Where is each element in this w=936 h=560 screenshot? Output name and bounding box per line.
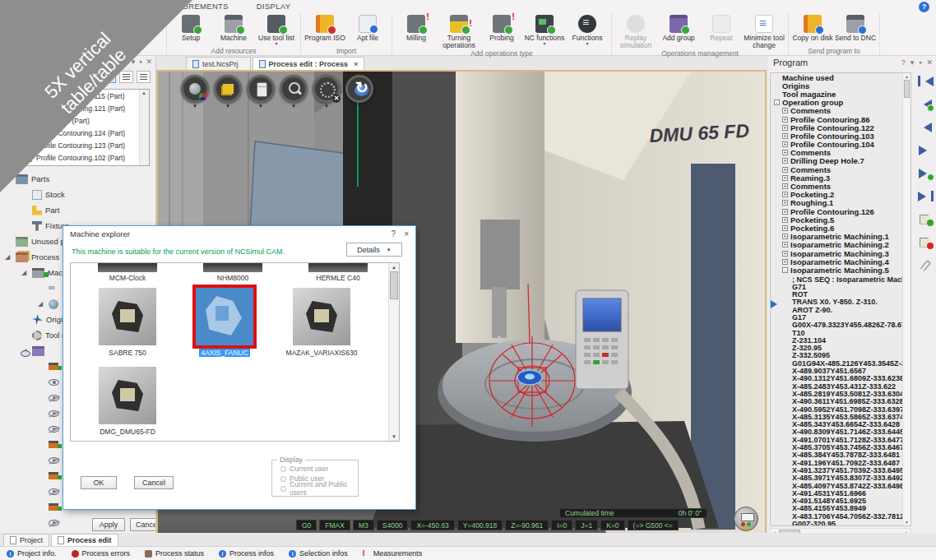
- gcode-line[interactable]: X-490.1312Y451.6809Z-333.6238: [771, 375, 911, 382]
- gcode-line[interactable]: X-485.384Y453.7878Z-333.6481: [771, 451, 911, 459]
- program-tree-item[interactable]: + Pocketing.2: [771, 191, 911, 199]
- ribbon-button[interactable]: Repeat: [700, 13, 743, 42]
- panel-help-icon[interactable]: ?: [901, 58, 906, 67]
- operations-list-item[interactable]: Profile Contouring.121 (Part): [7, 102, 149, 114]
- dropdown-arrow-icon[interactable]: ▼: [324, 104, 329, 109]
- tag-add-icon[interactable]: [917, 212, 934, 226]
- gcode-line[interactable]: G71: [771, 284, 911, 291]
- ribbon-button[interactable]: Copy on disk: [791, 13, 834, 42]
- panel-pin-icon[interactable]: ▪: [919, 58, 921, 67]
- gcode-line[interactable]: X-490.3611Y451.6985Z-333.6328: [771, 398, 911, 405]
- expander-icon[interactable]: ◢: [5, 253, 12, 261]
- viewport-tool-button[interactable]: ▼: [313, 75, 341, 109]
- panel-menu-icon[interactable]: ▾: [132, 58, 136, 66]
- expander-icon[interactable]: -: [774, 100, 780, 105]
- program-tree-item[interactable]: + Comments: [771, 149, 911, 157]
- expander-icon[interactable]: +: [782, 108, 788, 113]
- viewport-tool-button[interactable]: ▼: [247, 75, 275, 109]
- ribbon-button[interactable]: Setup: [169, 13, 212, 42]
- program-tree-item[interactable]: - Operation group: [771, 99, 911, 107]
- radio-icon[interactable]: [280, 466, 286, 472]
- program-tree-item[interactable]: Machine used: [771, 73, 911, 81]
- expander-icon[interactable]: +: [782, 192, 788, 197]
- play-back-icon[interactable]: [917, 120, 934, 134]
- panel-close-icon[interactable]: ✕: [926, 58, 933, 67]
- ribbon-button[interactable]: Functions ▾: [566, 13, 609, 46]
- expander-icon[interactable]: +: [782, 225, 788, 231]
- ribbon-button[interactable]: Turning operations: [438, 13, 480, 49]
- display-radio-option[interactable]: Current and Public users: [272, 484, 358, 493]
- layout-compact-button[interactable]: [137, 71, 151, 83]
- ribbon-button[interactable]: Copy: [78, 13, 121, 42]
- expander-icon[interactable]: +: [782, 125, 788, 131]
- gcode-line[interactable]: X-491.3237Y451.7039Z-333.6495: [771, 467, 911, 474]
- expander-icon[interactable]: +: [782, 158, 788, 164]
- panel-menu-icon[interactable]: ▾: [911, 58, 915, 67]
- machine-thumb-partial[interactable]: MCM-Clock: [79, 263, 176, 282]
- expander-icon[interactable]: +: [782, 251, 788, 257]
- dialog-help-icon[interactable]: ?: [392, 229, 396, 238]
- program-tree-item[interactable]: + Profile Contouring.122: [771, 123, 911, 132]
- apply-button[interactable]: Apply: [92, 518, 125, 531]
- expander-icon[interactable]: +: [782, 167, 788, 173]
- tree-item[interactable]: Stock: [0, 187, 156, 202]
- display-radio-option[interactable]: Current user: [272, 464, 358, 474]
- document-tab[interactable]: Process edit : Process ×: [253, 57, 365, 70]
- pendant-icon[interactable]: [734, 507, 758, 531]
- viewport-tool-button[interactable]: ▼: [214, 75, 242, 109]
- gcode-line[interactable]: Z-231.104: [771, 337, 911, 345]
- gcode-line[interactable]: ROT: [771, 291, 911, 299]
- program-tree-item[interactable]: + Comments: [771, 107, 911, 115]
- ribbon-button[interactable]: Use tool list ▾: [255, 13, 298, 46]
- viewport-tool-button[interactable]: ▼: [345, 75, 373, 109]
- gcode-line[interactable]: X-483.1706Y454.7056Z-332.7812: [771, 513, 911, 521]
- ribbon-button[interactable]: Paste: [121, 13, 164, 42]
- attach-icon[interactable]: [917, 258, 934, 272]
- operations-list-scrollbar[interactable]: [139, 90, 149, 165]
- program-tree-item[interactable]: Origins: [771, 81, 911, 90]
- close-icon[interactable]: ×: [354, 60, 358, 68]
- gcode-line[interactable]: G00Z-320.95: [771, 521, 911, 526]
- ribbon-button[interactable]: Replay simulation: [614, 13, 657, 49]
- gcode-line[interactable]: X-491.0701Y451.7128Z-333.6477: [771, 437, 911, 444]
- program-tree-item[interactable]: + Comments: [771, 165, 911, 174]
- operations-list-item[interactable]: Profile Contouring.123 (Part): [7, 139, 149, 151]
- gcode-line[interactable]: X-485.3705Y453.7456Z-333.6467: [771, 444, 911, 451]
- status-bar-item[interactable]: Process status: [145, 549, 204, 558]
- expander-icon[interactable]: +: [782, 200, 788, 206]
- gcode-line[interactable]: X-485.4155Y453.8949: [771, 505, 911, 512]
- viewport-tool-button[interactable]: ▼: [280, 75, 308, 109]
- gcode-line[interactable]: X-485.3135Y453.5865Z-333.6374: [771, 414, 911, 421]
- gcode-line[interactable]: X-485.3971Y453.8307Z-333.6492: [771, 474, 911, 482]
- dropdown-arrow-icon[interactable]: ▼: [357, 104, 362, 109]
- ribbon-button[interactable]: NC functions ▾: [523, 13, 566, 46]
- expander-icon[interactable]: ◢: [21, 269, 29, 276]
- gcode-line[interactable]: X-490.5952Y451.7098Z-333.6397: [771, 406, 911, 414]
- ribbon-tab[interactable]: DISPLAY: [253, 0, 294, 13]
- bottom-tab[interactable]: Process edit: [51, 534, 118, 546]
- ribbon-button[interactable]: Machine: [212, 13, 255, 42]
- gcode-line[interactable]: G00X-479.3323Y455.4826Z-78.677: [771, 322, 911, 329]
- expander-icon[interactable]: ◢: [5, 175, 12, 183]
- program-tree-item[interactable]: + Profile Contouring.126: [771, 207, 911, 215]
- ribbon-tab[interactable]: MEASUREMENTS: [156, 0, 232, 13]
- expander-icon[interactable]: +: [782, 209, 788, 215]
- layout-list-button[interactable]: [119, 71, 133, 83]
- status-bar-item[interactable]: Process infos: [219, 549, 274, 558]
- panel-pin-icon[interactable]: ▪: [139, 58, 141, 66]
- step-forward-icon[interactable]: [917, 166, 934, 180]
- machine-thumb[interactable]: MAZAK_VARIAXIS630: [273, 288, 370, 367]
- gcode-line[interactable]: X-491.5148Y451.6925: [771, 498, 911, 505]
- machine-thumb[interactable]: DMG_DMU65-FD: [79, 367, 176, 442]
- expander-icon[interactable]: +: [782, 234, 788, 239]
- program-tree-item[interactable]: + Pocketing.6: [771, 224, 911, 232]
- expander-icon[interactable]: ◢: [38, 300, 45, 308]
- expander-icon[interactable]: +: [782, 150, 788, 155]
- dropdown-arrow-icon[interactable]: ▼: [291, 104, 296, 109]
- status-bar-item[interactable]: Measurements: [363, 549, 423, 558]
- program-tree-item[interactable]: + Drilling Deep Hole.7: [771, 157, 911, 165]
- expander-icon[interactable]: -: [782, 267, 788, 273]
- replay-start-icon[interactable]: [917, 97, 934, 111]
- program-tree-item[interactable]: + Pocketing.5: [771, 215, 911, 224]
- status-bar-item[interactable]: Selection infos: [289, 549, 348, 558]
